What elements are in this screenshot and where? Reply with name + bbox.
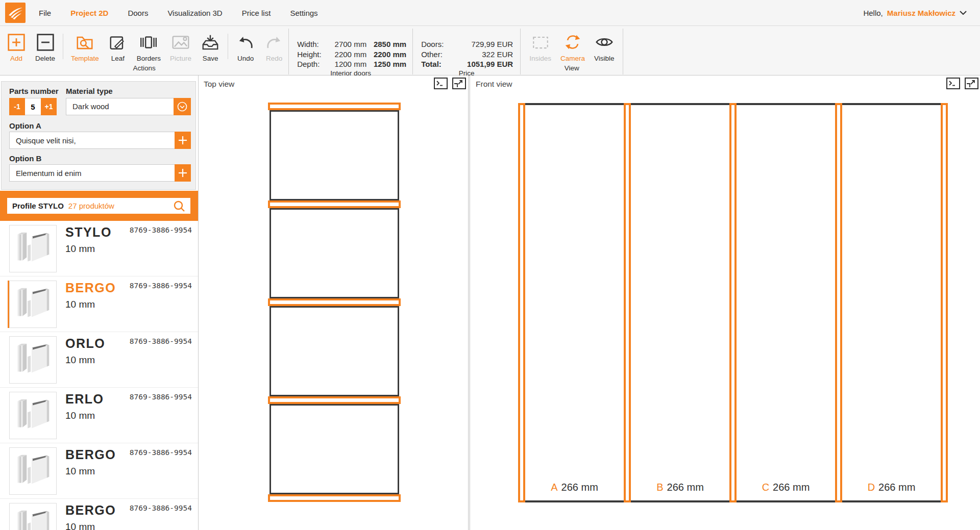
camera-button[interactable]: Camera <box>556 33 590 62</box>
product-size: 10 mm <box>65 410 104 421</box>
product-item[interactable]: ORLO 10 mm 8769-3886-9954 <box>0 332 198 388</box>
door-panel[interactable]: B266 mm <box>631 103 729 502</box>
door-panel[interactable]: C266 mm <box>737 103 835 502</box>
profile-3d-icon <box>10 448 56 494</box>
toolbar-separator <box>228 34 228 59</box>
panel-expand-button[interactable] <box>452 78 466 89</box>
product-name: STYLO <box>65 226 112 239</box>
product-name: BERGO <box>65 448 116 461</box>
option-b-add-button[interactable] <box>175 164 191 182</box>
insides-icon <box>531 33 550 52</box>
top-view-rail <box>268 200 401 208</box>
door-width: 266 mm <box>667 482 704 493</box>
menu-item-doors[interactable]: Doors <box>128 9 148 17</box>
product-code: 8769-3886-9954 <box>130 393 192 401</box>
menu-item-project-2d[interactable]: Project 2D <box>70 9 108 17</box>
option-a-add-button[interactable] <box>175 132 191 149</box>
top-view-section <box>270 306 399 396</box>
product-size: 10 mm <box>65 466 116 477</box>
catalog-count: 27 produktów <box>68 201 114 210</box>
app-logo[interactable] <box>5 3 26 23</box>
picture-icon <box>171 33 190 52</box>
front-view-profile-bar <box>729 103 737 502</box>
template-button[interactable]: Template <box>66 33 104 62</box>
dimensions-table: Width: 2700 mm 2850 mm Height: 2200 mm 2… <box>289 33 412 69</box>
dim-label: Depth: <box>297 59 328 69</box>
top-view-rail <box>268 103 401 110</box>
panel-expand-button[interactable] <box>965 78 978 89</box>
increase-parts-button[interactable]: +1 <box>41 98 57 115</box>
panel-console-button[interactable] <box>946 78 960 89</box>
top-view-section <box>270 110 399 200</box>
product-item[interactable]: ERLO 10 mm 8769-3886-9954 <box>0 388 198 443</box>
dim-label: Width: <box>297 39 328 49</box>
actions-group-label: Actions <box>0 64 288 75</box>
dim-limit: 2850 mm <box>366 39 406 49</box>
door-panel[interactable]: D266 mm <box>842 103 941 502</box>
dim-limit: 1250 mm <box>366 59 406 69</box>
expand-icon <box>967 80 976 87</box>
main-menu: File Project 2D Doors Visualization 3D P… <box>39 9 318 17</box>
top-view-rail <box>268 298 401 306</box>
door-panel[interactable]: A266 mm <box>525 103 624 502</box>
delete-icon <box>36 33 55 52</box>
menu-item-settings[interactable]: Settings <box>290 9 317 17</box>
eye-icon <box>595 33 614 52</box>
material-type-dropdown-button[interactable] <box>174 98 191 115</box>
brand-swoosh-icon <box>5 3 26 23</box>
product-text: STYLO 10 mm <box>65 225 112 276</box>
price-table: Doors: 729,99 EUR Other: 322 EUR Total: … <box>413 33 520 69</box>
product-code: 8769-3886-9954 <box>130 448 192 457</box>
delete-button[interactable]: Delete <box>31 33 60 62</box>
expand-icon <box>454 80 464 87</box>
product-name: ERLO <box>65 393 104 406</box>
product-size: 10 mm <box>65 521 116 530</box>
undo-button[interactable]: Undo <box>231 33 260 62</box>
undo-icon <box>236 33 255 52</box>
door-panel-label: D266 mm <box>868 482 916 493</box>
product-thumbnail <box>9 392 57 439</box>
panel-console-button[interactable] <box>434 78 448 89</box>
save-button[interactable]: Save <box>196 33 225 62</box>
add-icon <box>7 33 26 52</box>
menu-item-visualization-3d[interactable]: Visualization 3D <box>167 9 222 17</box>
product-name: BERGO <box>65 504 116 517</box>
product-text: ERLO 10 mm <box>65 392 104 443</box>
product-item[interactable]: BERGO 10 mm 8769-3886-9954 <box>0 443 198 499</box>
parts-number-value[interactable] <box>25 98 41 115</box>
option-a-input[interactable] <box>9 132 175 149</box>
product-text: ORLO 10 mm <box>65 336 105 387</box>
product-text: BERGO 10 mm <box>65 447 116 498</box>
decrease-parts-button[interactable]: -1 <box>9 98 25 115</box>
console-icon <box>948 80 958 87</box>
template-folder-icon <box>75 33 94 52</box>
material-type-label: Material type <box>66 87 113 95</box>
product-item[interactable]: STYLO 10 mm 8769-3886-9954 <box>0 221 198 276</box>
menu-item-price-list[interactable]: Price list <box>242 9 271 17</box>
product-item[interactable]: BERGO 10 mm 8769-3886-9954 <box>0 276 198 332</box>
leaf-button[interactable]: Leaf <box>104 33 132 62</box>
parts-number-stepper: -1 +1 <box>9 98 57 115</box>
price-value: 322 EUR <box>451 49 513 60</box>
front-view-title: Front view <box>476 80 512 89</box>
front-view-drawing: A266 mm B266 mm C266 mm D266 mm <box>518 103 948 502</box>
visible-button[interactable]: Visible <box>590 33 619 62</box>
material-type-select[interactable]: Dark wood <box>66 98 191 115</box>
redo-icon <box>264 33 284 52</box>
option-b-input[interactable] <box>9 164 175 182</box>
toolbar-group-separator <box>623 29 623 74</box>
product-item[interactable]: BERGO 10 mm 8769-3886-9954 <box>0 499 198 530</box>
catalog-search-field[interactable]: Profile STYLO 27 produktów <box>7 198 190 214</box>
user-name: Mariusz Makłowicz <box>887 9 955 17</box>
save-icon <box>201 33 220 52</box>
toolbar: Add Delete Template <box>0 26 980 75</box>
add-button[interactable]: Add <box>2 33 31 62</box>
search-icon[interactable] <box>173 200 185 212</box>
door-panel-label: C266 mm <box>762 482 810 493</box>
parts-number-label: Parts number <box>9 87 59 95</box>
user-menu[interactable]: Hello, Mariusz Makłowicz <box>863 9 967 17</box>
config-panel: Parts number Material type -1 +1 Dark wo… <box>1 81 196 190</box>
menu-item-file[interactable]: File <box>39 9 51 17</box>
front-view-profile-bar <box>624 103 631 502</box>
borders-button[interactable]: Borders <box>132 33 165 62</box>
